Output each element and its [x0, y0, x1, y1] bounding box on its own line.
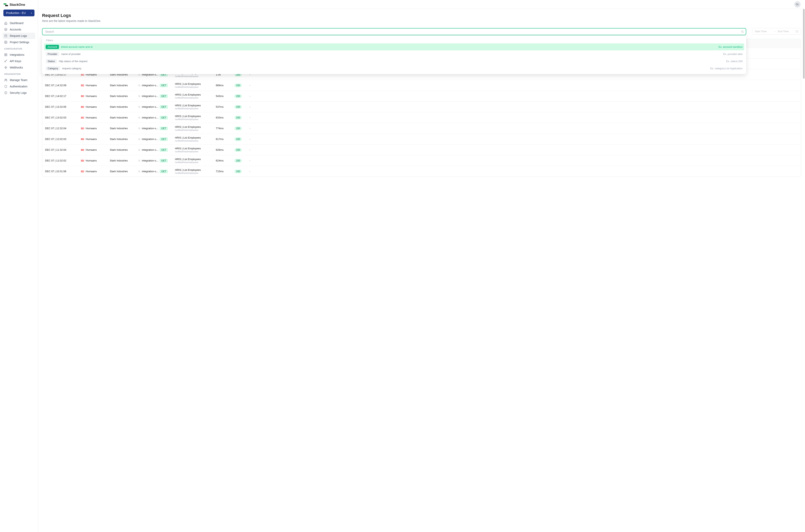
- users-icon: [4, 78, 7, 82]
- filter-option-category[interactable]: Categoryrequest categoryEx. category:Lis…: [44, 65, 744, 72]
- method-badge: GET: [160, 116, 168, 119]
- filter-example: Ex. provider:attio: [723, 53, 743, 56]
- svg-point-35: [139, 138, 140, 140]
- method-badge: GET: [160, 170, 168, 173]
- filter-chip: Provider: [45, 52, 59, 56]
- method-badge: GET: [160, 127, 168, 130]
- svg-line-32: [140, 118, 140, 118]
- cell-provider: Humaans: [81, 84, 110, 87]
- cell-provider: Humaans: [81, 159, 110, 162]
- filter-option-provider[interactable]: Providername of providerEx. provider:att…: [44, 51, 744, 58]
- environment-label: Production - EU: [6, 11, 26, 15]
- filter-option-status[interactable]: Statushttp status of the requestEx. stat…: [44, 58, 744, 65]
- filter-chip: Account: [45, 45, 59, 49]
- sidebar-item-api-keys[interactable]: API Keys: [3, 58, 35, 64]
- status-badge: 200: [235, 170, 242, 173]
- scrollbar-thumb[interactable]: [803, 9, 805, 79]
- cell-status: 200: [235, 84, 250, 87]
- table-row[interactable]: DEC 07 | 11:02:02HumaansStark Industries…: [42, 155, 801, 166]
- table-row[interactable]: DEC 07 | 14:32:09HumaansStark Industries…: [42, 80, 801, 91]
- table-row[interactable]: DEC 07 | 11:32:04HumaansStark Industries…: [42, 145, 801, 155]
- sidebar-item-label: Security Logs: [10, 91, 27, 94]
- sidebar-item-project-settings[interactable]: Project Settings: [3, 39, 35, 45]
- cell-action: HRIS | List Employees/unified/hris/emplo…: [175, 115, 216, 120]
- sidebar-item-security-logs[interactable]: Security Logs: [3, 90, 35, 96]
- cell-duration: 774ms: [216, 127, 235, 130]
- sidebar-item-request-logs[interactable]: Request Logs: [3, 33, 35, 39]
- cell-duration: 826ms: [216, 148, 235, 151]
- cell-status: 200: [235, 105, 250, 108]
- cell-duration: 537ms: [216, 105, 235, 108]
- topbar: GL: [38, 0, 805, 9]
- time-range-picker[interactable]: Start Time → End Time: [752, 28, 801, 35]
- cell-time: DEC 07 | 13:02:03: [45, 116, 81, 119]
- page-subtitle: Here are the latest requests made to Sta…: [42, 19, 801, 22]
- cell-api: integration-s...GET: [138, 83, 175, 87]
- gear-icon: [4, 41, 7, 44]
- nav-section: CONFIGURATIONIntegrationsAPI KeysWebhook…: [0, 45, 38, 71]
- svg-rect-5: [4, 55, 5, 56]
- svg-point-39: [139, 160, 140, 161]
- logo: StackOne: [0, 3, 38, 10]
- filter-example: Ex. category:List Application: [710, 67, 743, 70]
- svg-point-33: [139, 128, 140, 129]
- cell-duration: 715ms: [216, 170, 235, 173]
- svg-rect-15: [796, 31, 798, 32]
- sidebar-item-accounts[interactable]: Accounts: [3, 26, 35, 33]
- cell-duration: 624ms: [216, 159, 235, 162]
- cell-api: integration-s...GET: [138, 159, 175, 163]
- svg-marker-8: [4, 66, 7, 69]
- table-row[interactable]: DEC 07 | 12:32:04HumaansStark Industries…: [42, 123, 801, 134]
- cell-time: DEC 07 | 12:32:04: [45, 127, 81, 130]
- filter-description: name of provider: [61, 53, 721, 56]
- sidebar-item-dashboard[interactable]: Dashboard: [3, 20, 35, 26]
- svg-line-40: [140, 161, 140, 162]
- sidebar-item-integrations[interactable]: Integrations: [3, 52, 35, 58]
- sidebar-item-label: Project Settings: [10, 41, 29, 44]
- nav-section: ORGANIZATIONManage TeamAuthenticationSec…: [0, 71, 38, 96]
- environment-selector[interactable]: Production - EU ▾: [3, 10, 35, 16]
- cell-api: integration-s...GET: [138, 127, 175, 130]
- table-row[interactable]: DEC 07 | 10:31:56HumaansStark Industries…: [42, 166, 801, 177]
- chevron-right-icon: ›: [250, 84, 254, 87]
- sidebar-item-authentication[interactable]: Authentication: [3, 83, 35, 90]
- content: Request Logs Here are the latest request…: [38, 9, 805, 532]
- cell-account: Stark Industries: [110, 84, 138, 87]
- key-icon: [4, 59, 7, 63]
- svg-point-27: [139, 95, 140, 97]
- status-badge: 200: [235, 127, 242, 130]
- cell-status: 200: [235, 148, 250, 151]
- table-row[interactable]: DEC 07 | 14:02:17HumaansStark Industries…: [42, 91, 801, 101]
- cell-action: HRIS | List Employees/unified/hris/emplo…: [175, 104, 216, 110]
- table-row[interactable]: DEC 07 | 13:02:03HumaansStark Industries…: [42, 112, 801, 123]
- cell-provider: Humaans: [81, 137, 110, 140]
- page-title: Request Logs: [42, 13, 801, 18]
- table-row[interactable]: DEC 07 | 12:02:03HumaansStark Industries…: [42, 134, 801, 145]
- svg-point-10: [6, 79, 7, 80]
- scrollbar[interactable]: [803, 0, 805, 532]
- sidebar-item-label: Authentication: [10, 85, 28, 88]
- svg-line-38: [140, 150, 140, 151]
- cell-api: integration-s...GET: [138, 137, 175, 141]
- cell-action: HRIS | List Employees/unified/hris/emplo…: [175, 136, 216, 142]
- chevron-right-icon: ›: [250, 170, 254, 173]
- cell-time: DEC 07 | 13:32:05: [45, 105, 81, 108]
- svg-point-2: [5, 42, 6, 43]
- cell-time: DEC 07 | 11:02:02: [45, 159, 81, 162]
- provider-logo-icon: [81, 117, 84, 118]
- search-input[interactable]: [42, 28, 746, 35]
- svg-rect-6: [6, 55, 7, 56]
- sidebar-item-label: API Keys: [10, 59, 21, 63]
- sidebar-item-webhooks[interactable]: Webhooks: [3, 64, 35, 71]
- search-icon: [138, 84, 141, 87]
- table-row[interactable]: DEC 07 | 13:32:05HumaansStark Industries…: [42, 101, 801, 112]
- sidebar-item-manage-team[interactable]: Manage Team: [3, 77, 35, 83]
- status-badge: 200: [235, 159, 242, 163]
- chevron-right-icon: ›: [250, 127, 254, 130]
- provider-logo-icon: [81, 106, 84, 108]
- cell-action: HRIS | List Employees/unified/hris/emplo…: [175, 158, 216, 164]
- cell-action: HRIS | List Employees/unified/hris/emplo…: [175, 93, 216, 99]
- filter-option-account[interactable]: Accountlinked account name and idEx. acc…: [44, 43, 744, 50]
- avatar[interactable]: GL: [794, 1, 801, 7]
- svg-line-36: [140, 139, 140, 140]
